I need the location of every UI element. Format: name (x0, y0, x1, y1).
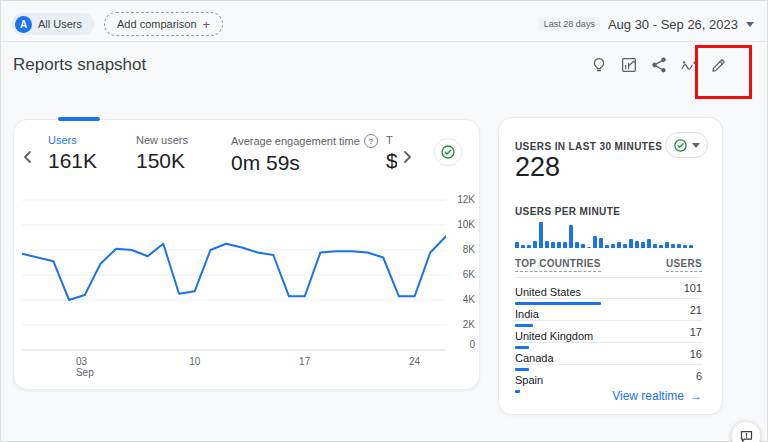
all-users-chip[interactable]: A All Users (12, 13, 94, 35)
metric-tab-users[interactable]: Users 161K (48, 134, 97, 173)
y-axis-tick: 0 (469, 339, 475, 350)
view-realtime-link[interactable]: View realtime → (612, 389, 702, 403)
minute-bar (617, 242, 621, 248)
country-row: Spain6 (515, 365, 702, 386)
insights-bulb-icon[interactable] (587, 53, 611, 77)
view-realtime-label: View realtime (612, 389, 684, 403)
date-range-text: Aug 30 - Sep 26, 2023 (608, 17, 738, 32)
data-quality-badge[interactable] (434, 138, 462, 166)
users-per-minute-chart (515, 220, 698, 248)
caret-down-icon (746, 22, 754, 27)
help-icon[interactable]: ? (364, 134, 378, 148)
minute-bar (653, 244, 657, 248)
edit-pencil-icon[interactable] (707, 53, 731, 77)
avatar: A (15, 16, 32, 33)
minute-bar (659, 245, 663, 248)
share-icon[interactable] (647, 53, 671, 77)
feedback-button[interactable] (731, 421, 761, 442)
minute-bar (539, 222, 543, 248)
minute-bar (581, 244, 585, 248)
countries-table-header: TOP COUNTRIES USERS (515, 258, 702, 278)
caret-down-icon (692, 143, 700, 148)
country-users: 17 (690, 326, 702, 338)
countries-table: United States101India21United Kingdom17C… (515, 277, 702, 386)
minute-bar (593, 236, 597, 248)
y-axis-tick: 12K (457, 194, 475, 205)
metric-value: 0m 59s (231, 151, 378, 175)
minute-bar (611, 244, 615, 248)
report-toolbar (587, 53, 731, 77)
country-users: 101 (684, 282, 702, 294)
minute-bar (671, 244, 675, 248)
country-users: 6 (696, 370, 702, 382)
minute-bar (629, 239, 633, 248)
metric-tab-avg-engagement-time[interactable]: Average engagement time ? 0m 59s (231, 134, 378, 175)
minute-bar (623, 244, 627, 248)
country-bar (515, 390, 520, 393)
x-axis-tick: 17 (299, 356, 310, 367)
date-preset-badge: Last 28 days (539, 17, 600, 31)
realtime-card: USERS IN LAST 30 MINUTES 228 USERS PER M… (498, 117, 723, 415)
x-axis-tick: 24 (409, 356, 420, 367)
y-axis-tick: 6K (463, 269, 475, 280)
y-axis-tick: 10K (457, 219, 475, 230)
minute-bar (515, 242, 519, 248)
minute-bar (647, 239, 651, 248)
realtime-quality-badge[interactable] (665, 132, 708, 158)
country-name: United Kingdom (515, 330, 593, 342)
metric-value: 161K (48, 149, 97, 173)
minute-bar (599, 238, 603, 248)
minute-bar (683, 245, 687, 248)
minute-bar (575, 242, 579, 248)
country-row: India21 (515, 299, 702, 321)
minute-bar (557, 242, 561, 248)
country-row: United States101 (515, 277, 702, 299)
header-divider (0, 41, 768, 42)
minute-bar (545, 241, 549, 248)
metric-tab-truncated[interactable]: T $ (386, 134, 397, 173)
x-axis-tick: 03Sep (76, 356, 94, 378)
col-top-countries[interactable]: TOP COUNTRIES (515, 258, 601, 272)
comparison-bar: A All Users Add comparison + Last 28 day… (12, 12, 754, 36)
arrow-right-icon: → (690, 389, 702, 403)
metric-tab-new-users[interactable]: New users 150K (136, 134, 188, 173)
country-name: Spain (515, 374, 543, 386)
realtime-title: USERS IN LAST 30 MINUTES (515, 141, 662, 152)
minute-bar (569, 225, 573, 248)
selected-metric-indicator (58, 117, 100, 121)
plus-icon: + (203, 17, 211, 32)
ga4-reports-snapshot-page: { "colors": { "accent_blue": "#1a73e8", … (0, 0, 768, 442)
insights-sparkline-icon[interactable] (677, 53, 701, 77)
country-name: United States (515, 286, 581, 298)
users-per-minute-title: USERS PER MINUTE (515, 206, 620, 217)
minute-bar (563, 242, 567, 248)
users-trend-chart[interactable] (22, 196, 446, 354)
minute-bar (521, 245, 525, 248)
col-users[interactable]: USERS (666, 258, 702, 272)
y-axis-tick: 2K (463, 319, 475, 330)
y-axis-tick: 4K (463, 294, 475, 305)
date-range-picker[interactable]: Last 28 days Aug 30 - Sep 26, 2023 (539, 17, 754, 32)
country-users: 16 (690, 348, 702, 360)
metric-value: 150K (136, 149, 188, 173)
minute-bar (533, 241, 537, 248)
overview-metrics-card: Users 161K New users 150K Average engage… (13, 119, 480, 390)
y-axis-tick: 8K (463, 244, 475, 255)
metric-label: Average engagement time (231, 135, 360, 147)
customize-chart-icon[interactable] (617, 53, 641, 77)
metrics-scroll-right-button[interactable] (400, 149, 414, 168)
metric-label: New users (136, 134, 188, 146)
page-title: Reports snapshot (13, 55, 146, 75)
metrics-scroll-left-button[interactable] (21, 149, 35, 168)
add-comparison-button[interactable]: Add comparison + (104, 12, 223, 36)
minute-bar (605, 245, 609, 248)
minute-bar (635, 241, 639, 248)
country-users: 21 (690, 304, 702, 316)
minute-bar (689, 245, 693, 248)
minute-bar (677, 244, 681, 248)
country-name: India (515, 308, 539, 320)
minute-bar (641, 242, 645, 248)
metric-label: Users (48, 134, 97, 146)
metric-value: $ (386, 149, 397, 173)
all-users-label: All Users (38, 18, 82, 30)
